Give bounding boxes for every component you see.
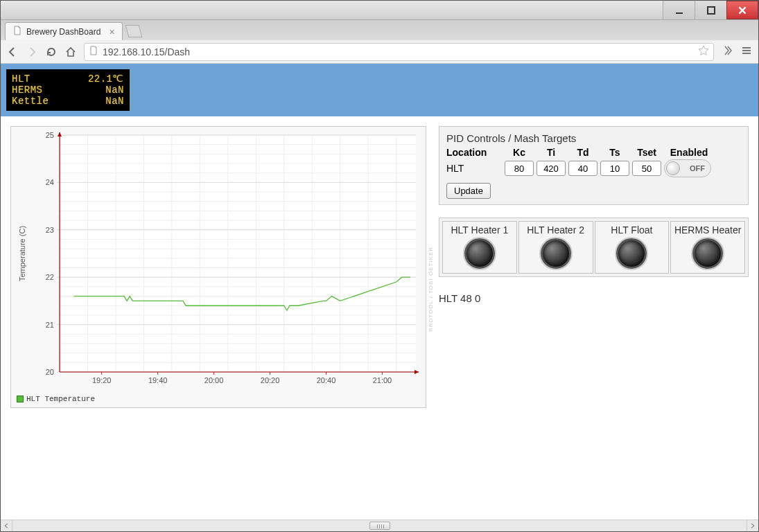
svg-text:Temperature (C): Temperature (C) (18, 226, 26, 281)
temperature-chart: 20212223242519:2019:4020:0020:2020:4021:… (12, 128, 426, 391)
svg-text:24: 24 (46, 178, 54, 186)
svg-text:20:40: 20:40 (317, 376, 336, 384)
svg-text:19:40: 19:40 (148, 376, 168, 384)
heater-cell[interactable]: HLT Heater 1 (442, 221, 517, 274)
svg-rect-2 (60, 135, 416, 372)
chart-legend: HLT Temperature (12, 392, 424, 406)
heater-label: HLT Heater 2 (521, 224, 591, 236)
svg-text:25: 25 (46, 131, 54, 139)
browser-tab[interactable]: Brewery DashBoard × (5, 22, 123, 40)
toolbar-right (721, 44, 753, 59)
svg-text:20:20: 20:20 (261, 376, 280, 384)
enabled-toggle[interactable]: OFF (664, 159, 711, 177)
main-content: 20212223242519:2019:4020:0020:2020:4021:… (1, 116, 758, 418)
lcd-row: HERMSNaN (12, 85, 124, 96)
heater-led-icon (692, 238, 723, 269)
svg-text:19:20: 19:20 (92, 376, 112, 384)
chart-credit: RRDTOOL / TOBI OETIKER (428, 247, 434, 332)
svg-text:20: 20 (46, 368, 54, 376)
svg-text:21:00: 21:00 (373, 376, 392, 384)
new-tab-button[interactable] (125, 25, 142, 37)
tset-input[interactable] (632, 161, 661, 176)
right-column: PID Controls / Mash Targets Location Kc … (439, 126, 749, 304)
kc-input[interactable] (505, 161, 534, 176)
browser-window: Brewery DashBoard × (0, 0, 759, 532)
lcd-row: HLT22.1℃ (12, 73, 124, 85)
td-input[interactable] (568, 161, 597, 176)
minimize-button[interactable] (663, 1, 695, 19)
legend-swatch (17, 396, 24, 402)
chevron-right-icon[interactable] (721, 44, 733, 59)
back-button[interactable] (6, 46, 19, 58)
page-icon (89, 46, 98, 57)
svg-text:23: 23 (46, 226, 54, 234)
tabstrip: Brewery DashBoard × (1, 20, 758, 40)
header-band: HLT22.1℃ HERMSNaN KettleNaN (1, 64, 758, 116)
scroll-right-icon[interactable] (747, 520, 758, 531)
heater-label: HERMS Heater (672, 224, 743, 236)
heater-led-icon (541, 238, 571, 269)
pid-panel-title: PID Controls / Mash Targets (446, 132, 741, 144)
heaters-panel: HLT Heater 1HLT Heater 2HLT FloatHERMS H… (439, 218, 749, 277)
menu-icon[interactable] (740, 44, 753, 59)
close-button[interactable] (726, 1, 758, 19)
heater-cell[interactable]: HERMS Heater (670, 221, 745, 274)
toolbar (1, 40, 758, 64)
toggle-knob (666, 161, 680, 175)
forward-button[interactable] (26, 46, 38, 58)
page-viewport: HLT22.1℃ HERMSNaN KettleNaN 202122232425… (1, 64, 758, 520)
svg-text:22: 22 (46, 273, 54, 281)
heater-label: HLT Float (597, 224, 668, 236)
scroll-thumb[interactable] (369, 522, 390, 530)
home-button[interactable] (64, 46, 77, 58)
titlebar (1, 1, 758, 20)
horizontal-scrollbar[interactable] (1, 520, 758, 531)
bookmark-star-icon[interactable] (698, 45, 709, 58)
lcd-row: KettleNaN (12, 96, 124, 107)
toggle-label: OFF (690, 164, 705, 172)
heater-cell[interactable]: HLT Float (595, 221, 670, 274)
update-button[interactable]: Update (446, 183, 491, 199)
svg-text:20:00: 20:00 (204, 376, 224, 384)
pid-panel: PID Controls / Mash Targets Location Kc … (439, 126, 749, 205)
status-line: HLT 48 0 (439, 290, 749, 304)
svg-rect-0 (676, 12, 683, 14)
pid-row: HLT OFF (446, 159, 741, 177)
ti-input[interactable] (536, 161, 566, 176)
heater-led-icon (464, 238, 495, 269)
ts-input[interactable] (600, 161, 629, 176)
legend-label: HLT Temperature (26, 395, 95, 403)
pid-location: HLT (446, 163, 502, 174)
svg-rect-1 (708, 7, 715, 14)
heater-led-icon (616, 238, 647, 269)
url-input[interactable] (103, 46, 694, 57)
scroll-left-icon[interactable] (1, 520, 12, 531)
heater-label: HLT Heater 1 (444, 224, 515, 236)
lcd-readout: HLT22.1℃ HERMSNaN KettleNaN (6, 69, 130, 111)
heater-cell[interactable]: HLT Heater 2 (518, 221, 593, 274)
file-icon (12, 26, 22, 37)
scroll-track[interactable] (12, 520, 747, 531)
pid-header-row: Location Kc Ti Td Ts Tset Enabled (446, 147, 741, 158)
reload-button[interactable] (45, 46, 58, 58)
maximize-button[interactable] (695, 1, 726, 19)
svg-text:21: 21 (46, 321, 54, 329)
chart-panel: 20212223242519:2019:4020:0020:2020:4021:… (10, 126, 426, 408)
tab-close-icon[interactable]: × (105, 27, 114, 37)
address-bar[interactable] (84, 43, 714, 61)
tab-title: Brewery DashBoard (26, 27, 101, 37)
